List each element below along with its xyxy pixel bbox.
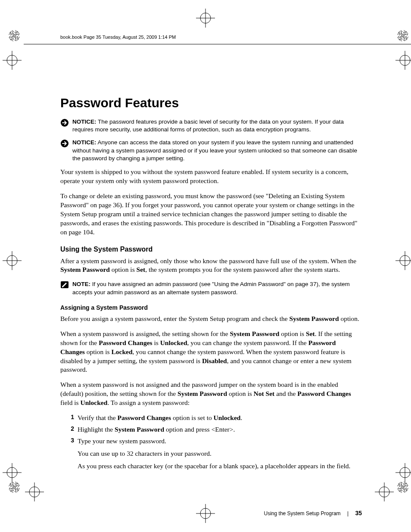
note-label: NOTE: <box>72 281 90 287</box>
note-1: NOTE: If you have assigned an admin pass… <box>60 280 362 296</box>
step-number: 1 <box>65 414 78 423</box>
text: option is <box>110 266 137 273</box>
footer-separator: | <box>342 510 354 516</box>
text: Type your new system password. <box>78 437 166 445</box>
notice-body: Anyone can access the data stored on you… <box>72 139 357 161</box>
crop-globe-tr <box>397 30 408 41</box>
text: option is <box>279 330 306 337</box>
bold-term: System Password <box>290 315 339 322</box>
notice-arrow-icon <box>60 139 72 148</box>
bold-term: Password Changes <box>99 339 152 346</box>
crop-target-icon <box>196 9 215 28</box>
footer-section: Using the System Setup Program <box>264 510 341 516</box>
crop-globe-br <box>397 482 408 493</box>
notice-2-text: NOTICE: Anyone can access the data store… <box>72 139 362 162</box>
paragraph: To change or delete an existing password… <box>60 192 362 237</box>
text: is <box>153 339 160 346</box>
page-title: Password Features <box>60 96 362 110</box>
notice-body: The password features provide a basic le… <box>72 118 344 133</box>
step-sub: You can use up to 32 characters in your … <box>78 449 362 458</box>
text: Verify that the <box>78 414 118 421</box>
step-body: Highlight the System Password option and… <box>78 425 362 434</box>
text: After a system password is assigned, onl… <box>60 257 356 264</box>
bold-term: Unlocked <box>81 399 108 406</box>
paragraph: When a system password is not assigned a… <box>60 380 362 408</box>
bold-term: Unlocked <box>160 339 187 346</box>
step-1: 1 Verify that the Password Changes optio… <box>65 414 362 423</box>
text: . To assign a system password: <box>107 399 190 406</box>
bold-term: Not Set <box>254 390 275 397</box>
step-2: 2 Highlight the System Password option a… <box>65 425 362 434</box>
bold-term: System Password <box>115 426 164 433</box>
crop-target-icon <box>375 482 394 501</box>
subsection-heading: Assigning a System Password <box>60 304 362 311</box>
crop-target-icon <box>25 482 44 501</box>
bold-term: Disabled <box>202 357 227 364</box>
crop-target-icon <box>395 251 411 270</box>
section-heading: Using the System Password <box>60 246 362 253</box>
crop-target-icon <box>3 51 22 70</box>
footer-page-number: 35 <box>355 510 362 516</box>
crop-globe-tl <box>9 30 20 41</box>
page-footer: Using the System Setup Program | 35 <box>60 510 362 516</box>
bold-term: Password Changes <box>297 390 351 397</box>
paragraph: After a system password is assigned, onl… <box>60 257 362 275</box>
bold-term: Set <box>137 266 146 273</box>
bold-term: System Password <box>60 266 110 273</box>
text: Before you assign a system password, ent… <box>60 315 290 322</box>
crop-target-icon <box>395 463 411 482</box>
steps-list: 1 Verify that the Password Changes optio… <box>65 414 362 471</box>
text: , the system prompts you for the system … <box>145 266 340 273</box>
step-number: 2 <box>65 425 78 434</box>
note-1-text: NOTE: If you have assigned an admin pass… <box>72 280 362 296</box>
step-sub: As you press each character key (or the … <box>78 462 362 471</box>
text: , you can change the system password. If… <box>187 339 308 346</box>
step-body: Type your new system password. You can u… <box>78 437 362 471</box>
crop-globe-bl <box>9 482 20 493</box>
text: When a system password is assigned, the … <box>60 330 230 337</box>
notice-label: NOTICE: <box>72 118 97 125</box>
text: option is <box>227 390 254 397</box>
crop-target-icon <box>3 251 22 270</box>
bold-term: Set <box>306 330 315 337</box>
crop-target-icon <box>395 51 411 70</box>
crop-target-icon <box>3 463 22 482</box>
step-3: 3 Type your new system password. You can… <box>65 437 362 471</box>
text: option and press <Enter>. <box>164 426 235 433</box>
paragraph: Your system is shipped to you without th… <box>60 168 362 186</box>
text: option is set to <box>171 414 214 421</box>
note-pencil-icon <box>60 280 72 289</box>
paragraph: When a system password is assigned, the … <box>60 330 362 375</box>
bold-term: Unlocked <box>214 414 241 421</box>
step-number: 3 <box>65 437 78 471</box>
bold-term: Locked <box>111 348 132 355</box>
bold-term: Password Changes <box>118 414 171 421</box>
step-body: Verify that the Password Changes option … <box>78 414 362 423</box>
notice-2: NOTICE: Anyone can access the data store… <box>60 139 362 162</box>
text: Highlight the <box>78 426 115 433</box>
bold-term: System Password <box>230 330 279 337</box>
notice-arrow-icon <box>60 118 72 128</box>
text: field is <box>60 399 81 406</box>
notice-label: NOTICE: <box>72 139 97 146</box>
page-content: book.book Page 35 Tuesday, August 25, 20… <box>60 34 362 473</box>
text: . <box>240 414 242 421</box>
note-body: If you have assigned an admin password (… <box>72 281 350 295</box>
running-header: book.book Page 35 Tuesday, August 25, 20… <box>60 34 362 40</box>
text: option is <box>85 348 112 355</box>
text: and the <box>274 390 297 397</box>
notice-1-text: NOTICE: The password features provide a … <box>72 118 362 134</box>
paragraph: Before you assign a system password, ent… <box>60 314 362 324</box>
bold-term: System Password <box>177 390 227 397</box>
notice-1: NOTICE: The password features provide a … <box>60 118 362 134</box>
text: option. <box>339 315 359 322</box>
